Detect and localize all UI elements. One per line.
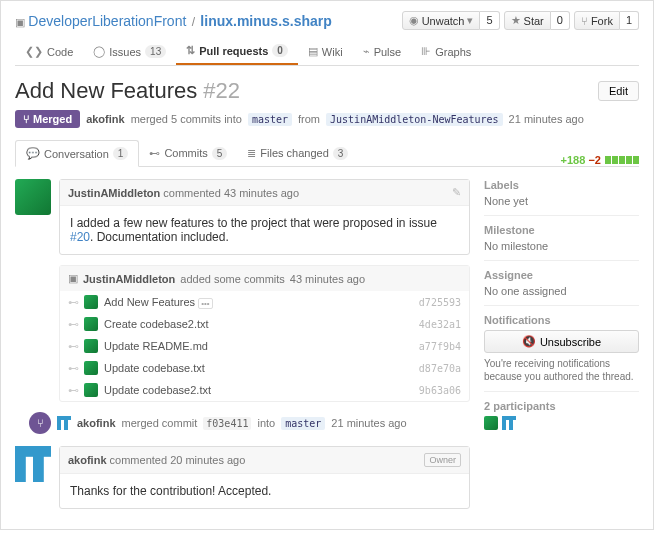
merge-user-link[interactable]: akofink bbox=[77, 417, 116, 429]
pencil-icon[interactable]: ✎ bbox=[452, 186, 461, 199]
mute-icon: 🔇 bbox=[522, 335, 536, 348]
breadcrumb: ▣ DeveloperLiberationFront / linux.minus… bbox=[15, 13, 332, 29]
timeline-dot-icon: ⊷ bbox=[68, 340, 78, 353]
subtab-conversation[interactable]: 💬Conversation1 bbox=[15, 140, 139, 167]
fork-icon: ⑂ bbox=[581, 15, 588, 27]
participant-avatar[interactable] bbox=[484, 416, 498, 430]
comment-body: I added a few new features to the projec… bbox=[60, 206, 469, 254]
avatar[interactable] bbox=[84, 361, 98, 375]
assignee-value: No one assigned bbox=[484, 285, 639, 297]
tab-code[interactable]: ❮❯Code bbox=[15, 38, 83, 65]
tab-pull-requests[interactable]: ⇅Pull requests0 bbox=[176, 38, 298, 65]
star-button[interactable]: ★Star bbox=[504, 11, 551, 30]
notifications-heading: Notifications bbox=[484, 314, 639, 326]
subtab-commits[interactable]: ⊷Commits5 bbox=[139, 140, 237, 166]
avatar[interactable] bbox=[84, 295, 98, 309]
repo-icon: ▣ bbox=[15, 16, 25, 28]
repo-link[interactable]: linux.minus.s.sharp bbox=[200, 13, 331, 29]
notifications-desc: You're receiving notifications because y… bbox=[484, 357, 639, 383]
pulse-icon: ⌁ bbox=[363, 45, 370, 58]
tab-graphs[interactable]: ⊪Graphs bbox=[411, 38, 481, 65]
repo-push-icon: ▣ bbox=[68, 272, 78, 285]
tab-pulse[interactable]: ⌁Pulse bbox=[353, 38, 412, 65]
labels-heading[interactable]: Labels bbox=[484, 179, 639, 191]
tab-wiki[interactable]: ▤Wiki bbox=[298, 38, 353, 65]
merge-icon: ⑂ bbox=[23, 113, 30, 125]
merged-badge: ⑂Merged bbox=[15, 110, 80, 128]
book-icon: ▤ bbox=[308, 45, 318, 58]
participants-heading: 2 participants bbox=[484, 400, 639, 412]
edit-button[interactable]: Edit bbox=[598, 81, 639, 101]
file-diff-icon: ≣ bbox=[247, 147, 256, 160]
comment-author-link[interactable]: JustinAMiddleton bbox=[68, 187, 160, 199]
ellipsis-icon[interactable]: ••• bbox=[198, 298, 212, 309]
commit-sha-link[interactable]: d87e70a bbox=[419, 363, 461, 374]
commit-message-link[interactable]: Create codebase2.txt bbox=[104, 318, 413, 330]
commit-row: ⊷Update README.mda77f9b4 bbox=[60, 335, 469, 357]
diffstat: +188 −2 bbox=[561, 154, 639, 166]
tab-issues[interactable]: ◯Issues13 bbox=[83, 38, 176, 65]
repo-nav: ❮❯Code ◯Issues13 ⇅Pull requests0 ▤Wiki ⌁… bbox=[15, 38, 639, 66]
milestone-heading[interactable]: Milestone bbox=[484, 224, 639, 236]
avatar[interactable] bbox=[15, 446, 51, 482]
code-icon: ❮❯ bbox=[25, 45, 43, 58]
timeline-dot-icon: ⊷ bbox=[68, 384, 78, 397]
fork-count[interactable]: 1 bbox=[620, 11, 639, 30]
commit-row: ⊷Add New Features •••d725593 bbox=[60, 291, 469, 313]
pr-icon: ⇅ bbox=[186, 44, 195, 57]
labels-value: None yet bbox=[484, 195, 639, 207]
unwatch-button[interactable]: ◉Unwatch▾ bbox=[402, 11, 481, 30]
unsubscribe-button[interactable]: 🔇Unsubscribe bbox=[484, 330, 639, 353]
commit-message-link[interactable]: Update codebase.txt bbox=[104, 362, 413, 374]
watch-count[interactable]: 5 bbox=[480, 11, 499, 30]
avatar[interactable] bbox=[84, 317, 98, 331]
avatar[interactable] bbox=[84, 383, 98, 397]
commit-message-link[interactable]: Update codebase2.txt bbox=[104, 384, 413, 396]
merge-event-icon: ⑂ bbox=[29, 412, 51, 434]
commit-icon: ⊷ bbox=[149, 147, 160, 160]
merge-commit-sha[interactable]: f03e411 bbox=[203, 417, 251, 430]
avatar[interactable] bbox=[15, 179, 51, 215]
commit-sha-link[interactable]: 4de32a1 bbox=[419, 319, 461, 330]
participant-avatar[interactable] bbox=[502, 416, 516, 430]
figure-caption: Figure 1: GitHub user ‘JustinAMiddleton’… bbox=[0, 530, 654, 543]
issue-link[interactable]: #20 bbox=[70, 230, 90, 244]
commit-row: ⊷Create codebase2.txt4de32a1 bbox=[60, 313, 469, 335]
issues-icon: ◯ bbox=[93, 45, 105, 58]
pr-title: Add New Features #22 bbox=[15, 78, 240, 104]
comment-author-link[interactable]: akofink bbox=[68, 454, 107, 466]
avatar[interactable] bbox=[57, 416, 71, 430]
caret-down-icon: ▾ bbox=[467, 14, 473, 27]
head-branch[interactable]: JustinAMiddleton-NewFeatures bbox=[326, 113, 503, 126]
commit-sha-link[interactable]: a77f9b4 bbox=[419, 341, 461, 352]
commit-message-link[interactable]: Update README.md bbox=[104, 340, 413, 352]
commit-sha-link[interactable]: 9b63a06 bbox=[419, 385, 461, 396]
assignee-heading[interactable]: Assignee bbox=[484, 269, 639, 281]
commit-message-link[interactable]: Add New Features ••• bbox=[104, 296, 413, 308]
commit-row: ⊷Update codebase2.txt9b63a06 bbox=[60, 379, 469, 401]
avatar[interactable] bbox=[84, 339, 98, 353]
commit-sha-link[interactable]: d725593 bbox=[419, 297, 461, 308]
commits-author-link[interactable]: JustinAMiddleton bbox=[83, 273, 175, 285]
owner-link[interactable]: DeveloperLiberationFront bbox=[28, 13, 186, 29]
pr-status-line: ⑂Merged akofink merged 5 commits into ma… bbox=[15, 110, 639, 128]
commit-row: ⊷Update codebase.txtd87e70a bbox=[60, 357, 469, 379]
milestone-value: No milestone bbox=[484, 240, 639, 252]
merger-user-link[interactable]: akofink bbox=[86, 113, 125, 125]
subtab-files[interactable]: ≣Files changed3 bbox=[237, 140, 358, 166]
base-branch[interactable]: master bbox=[248, 113, 292, 126]
star-icon: ★ bbox=[511, 14, 521, 27]
comment-icon: 💬 bbox=[26, 147, 40, 160]
eye-icon: ◉ bbox=[409, 14, 419, 27]
timeline-dot-icon: ⊷ bbox=[68, 318, 78, 331]
fork-button[interactable]: ⑂Fork bbox=[574, 11, 620, 30]
timeline-dot-icon: ⊷ bbox=[68, 296, 78, 309]
timeline-dot-icon: ⊷ bbox=[68, 362, 78, 375]
merge-branch[interactable]: master bbox=[281, 417, 325, 430]
owner-badge: Owner bbox=[424, 453, 461, 467]
star-count[interactable]: 0 bbox=[551, 11, 570, 30]
comment-body: Thanks for the contribution! Accepted. bbox=[60, 474, 469, 508]
graph-icon: ⊪ bbox=[421, 45, 431, 58]
